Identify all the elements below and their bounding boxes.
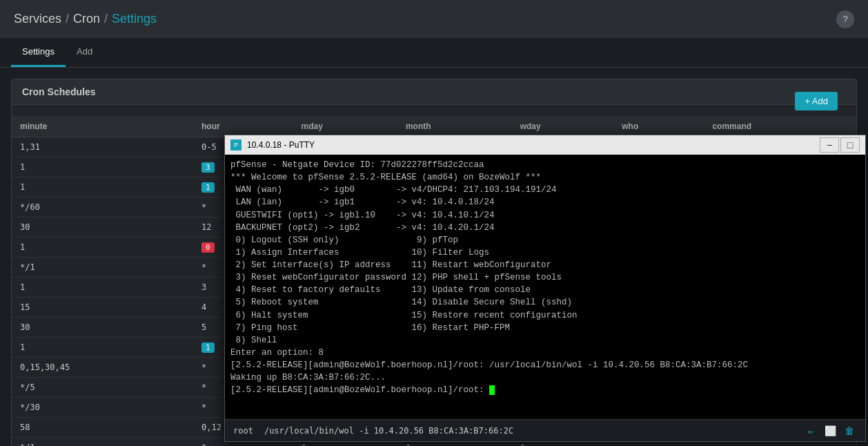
breadcrumb-sep1: /: [66, 12, 69, 26]
panel-header: Cron Schedules + Add: [12, 79, 856, 105]
putty-title: 10.4.0.18 - PuTTY: [247, 140, 315, 150]
terminal-line: BACKUPNET (opt2) -> igb2 -> v4: 10.4.20.…: [230, 222, 860, 234]
terminal-line: GUESTWIFI (opt1) -> igbl.10 -> v4: 10.4.…: [230, 209, 860, 222]
tab-bar: Settings Add: [0, 38, 868, 68]
statusbar-command: /usr/local/bin/wol -i 10.4.20.56 B8:CA:3…: [264, 426, 513, 436]
col-mday: mday: [293, 116, 397, 137]
terminal-line: 5) Reboot system 14) Disable Secure Shel…: [230, 296, 860, 309]
hour-badge: 3: [201, 162, 215, 173]
terminal-line: *** Welcome to pfSense 2.5.2-RELEASE (am…: [230, 171, 860, 184]
breadcrumb-sep2: /: [104, 12, 108, 26]
putty-app-icon: P: [230, 139, 241, 151]
terminal-line: 6) Halt system 15) Restore recent config…: [230, 309, 860, 322]
terminal-line: pfSense - Netgate Device ID: 77d022278ff…: [230, 159, 860, 171]
terminal-line: 7) Ping host 16) Restart PHP-FPM: [230, 322, 860, 334]
hour-badge: 1: [201, 342, 215, 353]
col-who: who: [613, 116, 704, 137]
breadcrumb-services[interactable]: Services: [14, 12, 61, 26]
terminal-cursor: [489, 385, 495, 395]
cell-minute: 58: [12, 418, 193, 438]
terminal-line: 3) Reset webConfigurator password 12) PH…: [230, 271, 860, 284]
cell-minute: */1: [12, 258, 193, 278]
terminal-line: [2.5.2-RELEASE][admin@BozeWolf.boerhoop.…: [230, 384, 860, 396]
putty-titlebar: P 10.4.0.18 - PuTTY − □: [225, 135, 865, 155]
cell-minute: 1: [12, 157, 193, 177]
cell-minute: 30: [12, 318, 193, 338]
col-wday: wday: [512, 116, 614, 137]
edit-icon[interactable]: ✏: [803, 423, 818, 438]
cell-minute: */30: [12, 398, 193, 418]
tab-settings[interactable]: Settings: [11, 38, 66, 67]
hour-badge: 1: [201, 182, 215, 193]
statusbar-icons: ✏ ⬜ 🗑: [803, 423, 857, 438]
col-month: month: [397, 116, 512, 137]
putty-maximize-button[interactable]: □: [840, 137, 860, 153]
statusbar-who: root: [233, 426, 253, 436]
cell-minute: */60: [12, 197, 193, 217]
tab-add[interactable]: Add: [66, 38, 103, 67]
terminal-line: 8) Shell: [230, 334, 860, 347]
cell-minute: */5: [12, 378, 193, 398]
help-icon[interactable]: ?: [836, 10, 854, 28]
col-minute: minute: [12, 116, 193, 137]
cell-minute: 1: [12, 237, 193, 258]
putty-statusbar: root /usr/local/bin/wol -i 10.4.20.56 B8…: [225, 419, 865, 441]
cell-minute: 0,15,30,45: [12, 358, 193, 378]
terminal-line: [2.5.2-RELEASE][admin@BozeWolf.boerhoop.…: [230, 359, 860, 371]
cell-minute: */1: [12, 438, 193, 447]
breadcrumb-settings: Settings: [112, 12, 157, 26]
hour-badge: 0: [201, 242, 215, 253]
terminal-line: 0) Logout (SSH only) 9) pfTop: [230, 234, 860, 246]
terminal-line: 1) Assign Interfaces 10) Filter Logs: [230, 246, 860, 259]
delete-icon[interactable]: 🗑: [842, 423, 857, 438]
panel-title: Cron Schedules: [22, 86, 96, 97]
terminal-line: LAN (lan) -> igb1 -> v4: 10.4.0.18/24: [230, 196, 860, 209]
terminal-line: Enter an option: 8: [230, 347, 860, 359]
col-hour: hour: [193, 116, 293, 137]
terminal-line: WAN (wan) -> igb0 -> v4/DHCP4: 217.103.1…: [230, 184, 860, 196]
breadcrumb: Services / Cron / Settings: [14, 12, 157, 26]
terminal-line: 2) Set interface(s) IP address 11) Resta…: [230, 259, 860, 271]
putty-title-area: P 10.4.0.18 - PuTTY: [230, 139, 315, 151]
monitor-icon[interactable]: ⬜: [822, 423, 838, 438]
cell-minute: 1: [12, 278, 193, 298]
top-bar: Services / Cron / Settings ?: [0, 0, 868, 38]
terminal-line: 4) Reset to factory defaults 13) Update …: [230, 284, 860, 296]
cell-minute: 1: [12, 177, 193, 197]
putty-window: P 10.4.0.18 - PuTTY − □ pfSense - Netgat…: [224, 135, 866, 442]
terminal-line: Waking up B8:CA:3A:B7:66:2C...: [230, 371, 860, 384]
cell-minute: 15: [12, 298, 193, 318]
breadcrumb-cron[interactable]: Cron: [73, 12, 100, 26]
col-command: command: [704, 116, 856, 137]
cell-minute: 1,31: [12, 137, 193, 157]
cell-minute: 1: [12, 338, 193, 358]
cell-minute: 30: [12, 217, 193, 237]
putty-minimize-button[interactable]: −: [820, 137, 839, 153]
putty-controls: − □: [820, 137, 860, 153]
add-button[interactable]: + Add: [795, 92, 838, 110]
putty-terminal[interactable]: pfSense - Netgate Device ID: 77d022278ff…: [225, 155, 865, 419]
